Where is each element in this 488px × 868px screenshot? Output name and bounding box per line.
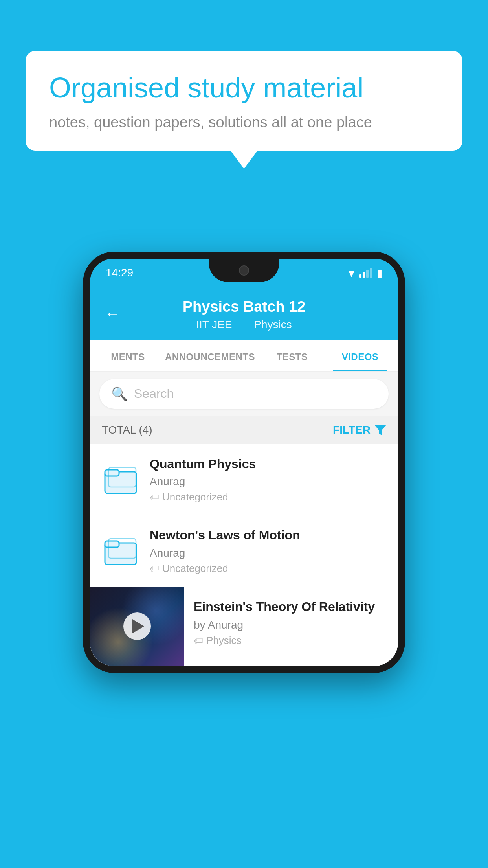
search-box[interactable]: 🔍 Search [99,379,389,409]
subtitle-iitjee: IIT JEE [196,318,232,331]
search-icon: 🔍 [111,386,128,402]
app-header: ← Physics Batch 12 IIT JEE Physics [90,287,398,340]
status-icons: ▮ [349,266,382,280]
search-input[interactable]: Search [134,386,174,401]
tag-label: Physics [206,634,242,647]
bubble-subtitle: notes, question papers, solutions all at… [49,114,439,131]
video-tag: 🏷 Uncategorized [150,563,387,575]
video-info: Newton's Laws of Motion Anurag 🏷 Uncateg… [150,527,387,575]
einstein-thumbnail [90,587,184,666]
speech-bubble-container: Organised study material notes, question… [26,51,462,151]
speech-bubble: Organised study material notes, question… [26,51,462,151]
list-item[interactable]: Einstein's Theory Of Relativity by Anura… [90,587,398,666]
batch-title: Physics Batch 12 [104,298,384,316]
folder-icon [103,462,138,497]
tab-announcements[interactable]: ANNOUNCEMENTS [162,340,258,371]
filter-icon [374,425,386,435]
video-author: Anurag [150,475,387,488]
video-info: Quantum Physics Anurag 🏷 Uncategorized [150,456,387,504]
video-tag: 🏷 Physics [194,634,389,647]
search-container: 🔍 Search [90,372,398,416]
video-author: by Anurag [194,619,389,631]
folder-thumb [101,460,140,499]
video-title: Einstein's Theory Of Relativity [194,599,389,615]
wifi-icon [349,266,354,280]
subtitle-physics: Physics [254,318,292,331]
video-info: Einstein's Theory Of Relativity by Anura… [184,587,398,659]
video-author: Anurag [150,547,387,559]
video-list: Quantum Physics Anurag 🏷 Uncategorized [90,444,398,666]
tab-videos[interactable]: VIDEOS [326,340,394,371]
total-count: TOTAL (4) [102,424,152,436]
tag-icon: 🏷 [150,563,159,574]
status-bar: 14:29 ▮ [90,259,398,287]
tabs-bar: MENTS ANNOUNCEMENTS TESTS VIDEOS [90,340,398,372]
svg-rect-2 [105,470,119,476]
battery-icon: ▮ [377,267,382,279]
app-screen: ← Physics Batch 12 IIT JEE Physics MENTS… [90,287,398,666]
back-button[interactable]: ← [104,304,121,323]
phone-notch [209,259,279,282]
status-time: 14:29 [106,267,133,279]
tag-label: Uncategorized [162,491,228,503]
filter-bar: TOTAL (4) FILTER [90,416,398,444]
svg-marker-0 [374,425,386,435]
filter-button[interactable]: FILTER [333,424,386,436]
video-tag: 🏷 Uncategorized [150,491,387,503]
signal-icon [359,268,372,278]
phone-outer: 14:29 ▮ ← Physics Batch 12 IIT JEE [83,252,405,673]
play-icon [132,619,144,633]
play-button[interactable] [123,612,151,640]
bubble-title: Organised study material [49,71,439,105]
svg-rect-5 [105,541,119,547]
phone-device: 14:29 ▮ ← Physics Batch 12 IIT JEE [83,252,405,673]
phone-camera [239,265,249,276]
tag-icon: 🏷 [150,492,159,503]
list-item[interactable]: Newton's Laws of Motion Anurag 🏷 Uncateg… [90,515,398,587]
tab-tests[interactable]: TESTS [258,340,326,371]
tag-label: Uncategorized [162,563,228,575]
batch-subtitle: IIT JEE Physics [104,318,384,331]
folder-icon [103,533,138,568]
list-item[interactable]: Quantum Physics Anurag 🏷 Uncategorized [90,444,398,516]
tab-ments[interactable]: MENTS [94,340,162,371]
filter-label: FILTER [333,424,371,436]
tag-icon: 🏷 [194,635,203,646]
folder-thumb [101,531,140,570]
video-title: Newton's Laws of Motion [150,527,387,544]
video-title: Quantum Physics [150,456,387,473]
